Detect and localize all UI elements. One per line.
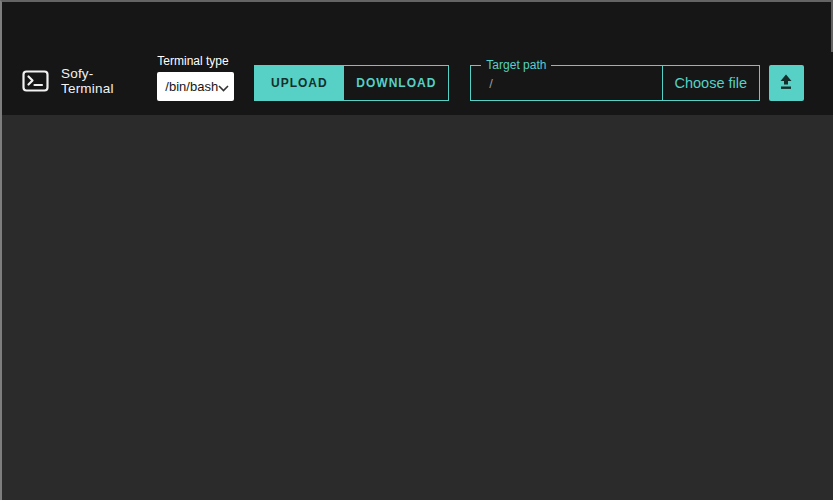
chevron-down-icon (218, 78, 229, 96)
target-path-label: Target path (481, 58, 551, 72)
terminal-screen[interactable] (2, 115, 833, 500)
choose-file-button[interactable]: Choose file (662, 66, 759, 100)
terminal-type-selected-value: /bin/bash (165, 79, 218, 94)
app-title: Sofy-Terminal (61, 66, 143, 96)
upload-submit-button[interactable] (769, 65, 804, 101)
download-tab-button[interactable]: DOWNLOAD (343, 66, 448, 100)
app-window: Sofy-Terminal Terminal type /bin/bash UP… (0, 0, 833, 500)
upload-arrow-icon (777, 73, 795, 94)
app-logo: Sofy-Terminal (22, 66, 143, 96)
terminal-type-select[interactable]: /bin/bash (157, 72, 234, 101)
terminal-icon (22, 70, 49, 92)
target-path-value: / (489, 76, 493, 91)
toolbar: Sofy-Terminal Terminal type /bin/bash UP… (2, 2, 833, 115)
terminal-type-field: Terminal type /bin/bash (157, 54, 234, 101)
target-path-group: Target path / Choose file (470, 65, 759, 101)
upload-tab-button[interactable]: UPLOAD (255, 66, 343, 100)
transfer-mode-button-group: UPLOAD DOWNLOAD (254, 65, 449, 101)
terminal-type-label: Terminal type (157, 54, 234, 68)
